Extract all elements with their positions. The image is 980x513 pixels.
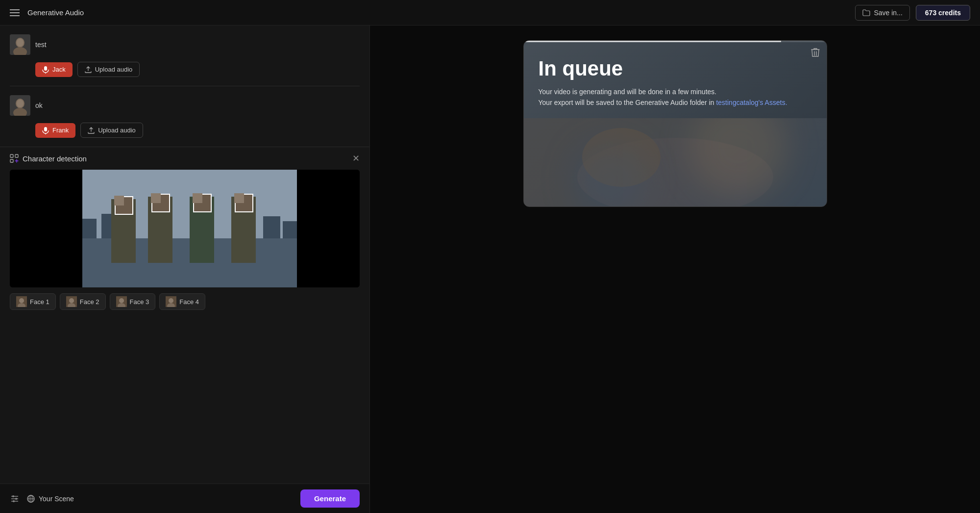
face-tabs: Face 1 Face 2 bbox=[0, 287, 369, 316]
character-controls: Jack Upload audio bbox=[10, 62, 360, 86]
voice-button[interactable]: Jack bbox=[35, 62, 73, 77]
menu-icon[interactable] bbox=[10, 9, 20, 16]
queue-card-content: In queue Your video is generating and wi… bbox=[524, 42, 827, 108]
upload-icon bbox=[88, 127, 95, 134]
face-tab-1[interactable]: Face 1 bbox=[10, 293, 56, 310]
svg-rect-10 bbox=[44, 127, 47, 131]
nav-left: Generative Audio bbox=[10, 8, 84, 17]
character-controls: Frank Upload audio bbox=[10, 123, 360, 147]
face-tab-label: Face 1 bbox=[30, 298, 49, 306]
delete-button[interactable] bbox=[811, 48, 820, 60]
queue-description: Your video is generating and will be don… bbox=[539, 86, 812, 108]
detection-title: Character detection bbox=[23, 154, 87, 163]
face-tab-label: Face 3 bbox=[130, 298, 149, 306]
svg-rect-12 bbox=[10, 154, 13, 157]
svg-point-40 bbox=[119, 298, 124, 303]
avatar bbox=[10, 34, 30, 55]
face-tab-4[interactable]: Face 4 bbox=[159, 293, 205, 310]
nav-right: Save in... 673 credits bbox=[855, 5, 970, 21]
queue-desc-line2: Your export will be saved to the Generat… bbox=[539, 99, 716, 106]
svg-point-48 bbox=[12, 495, 14, 497]
bottom-left: Your Scene bbox=[10, 494, 74, 504]
voice-button[interactable]: Frank bbox=[35, 123, 75, 138]
sliders-icon bbox=[10, 494, 20, 504]
face-tab-3[interactable]: Face 3 bbox=[110, 293, 156, 310]
character-header: ok bbox=[10, 95, 360, 116]
character-name: test bbox=[35, 41, 47, 49]
bottom-bar: Your Scene Generate bbox=[0, 484, 369, 513]
app-title: Generative Audio bbox=[27, 8, 84, 17]
face-thumb-1 bbox=[16, 296, 27, 307]
character-item: ok Frank bbox=[0, 86, 369, 147]
scene-dark-left bbox=[10, 170, 82, 287]
credits-label: 673 credits bbox=[925, 9, 961, 17]
avatar bbox=[10, 95, 30, 116]
trash-icon bbox=[811, 48, 820, 57]
svg-point-9 bbox=[17, 100, 24, 107]
svg-rect-23 bbox=[114, 196, 124, 205]
upload-audio-button[interactable]: Upload audio bbox=[80, 123, 143, 138]
upload-audio-button[interactable]: Upload audio bbox=[77, 62, 140, 77]
queue-progress-bar bbox=[524, 41, 827, 42]
generate-label: Generate bbox=[314, 494, 346, 503]
microphone-icon bbox=[42, 66, 49, 74]
detection-header: Character detection ✕ bbox=[0, 147, 369, 170]
detection-title-row: Character detection bbox=[10, 154, 87, 163]
upload-label: Upload audio bbox=[98, 127, 136, 134]
characters-list: test Jack bbox=[0, 26, 369, 484]
queue-progress-fill bbox=[524, 41, 781, 42]
voice-name: Frank bbox=[52, 127, 69, 134]
svg-point-37 bbox=[69, 298, 74, 303]
svg-point-43 bbox=[169, 298, 173, 303]
svg-rect-29 bbox=[193, 193, 202, 203]
character-name: ok bbox=[35, 102, 43, 109]
svg-point-34 bbox=[19, 298, 24, 303]
left-panel: test Jack bbox=[0, 26, 370, 513]
detection-panel: Character detection ✕ bbox=[0, 147, 369, 316]
face-tab-label: Face 2 bbox=[80, 298, 99, 306]
scene-dark-right bbox=[297, 170, 360, 287]
face-tab-2[interactable]: Face 2 bbox=[60, 293, 106, 310]
svg-rect-20 bbox=[283, 221, 297, 238]
svg-rect-17 bbox=[82, 219, 97, 238]
credits-button[interactable]: 673 credits bbox=[916, 5, 970, 21]
svg-point-49 bbox=[15, 498, 17, 500]
character-header: test bbox=[10, 34, 360, 55]
upload-label: Upload audio bbox=[95, 66, 133, 73]
character-item: test Jack bbox=[0, 26, 369, 86]
svg-point-3 bbox=[17, 39, 24, 47]
close-detection-button[interactable]: ✕ bbox=[352, 154, 360, 163]
queue-video-placeholder bbox=[524, 118, 827, 206]
detection-video bbox=[10, 170, 360, 287]
save-label: Save in... bbox=[874, 9, 902, 17]
svg-point-50 bbox=[13, 500, 15, 502]
voice-name: Jack bbox=[52, 66, 66, 73]
video-scene bbox=[10, 170, 360, 287]
face-thumb-2 bbox=[66, 296, 77, 307]
top-navigation: Generative Audio Save in... 673 credits bbox=[0, 0, 980, 26]
svg-rect-14 bbox=[10, 159, 13, 162]
scene-icon bbox=[26, 494, 35, 503]
scene-button[interactable]: Your Scene bbox=[26, 494, 74, 503]
queue-card: In queue Your video is generating and wi… bbox=[523, 40, 827, 207]
save-button[interactable]: Save in... bbox=[855, 5, 909, 21]
queue-desc-line1: Your video is generating and will be don… bbox=[539, 88, 717, 96]
svg-rect-13 bbox=[15, 154, 18, 157]
main-content: test Jack bbox=[0, 26, 980, 513]
face-tab-label: Face 4 bbox=[179, 298, 199, 306]
queue-assets-link[interactable]: testingcatalog's Assets. bbox=[716, 99, 787, 106]
scene-label: Your Scene bbox=[39, 495, 74, 503]
svg-point-55 bbox=[582, 128, 661, 187]
generate-button[interactable]: Generate bbox=[300, 489, 360, 508]
upload-icon bbox=[85, 66, 92, 73]
adjust-button[interactable] bbox=[10, 494, 20, 504]
svg-rect-4 bbox=[44, 66, 47, 71]
scene-background bbox=[82, 170, 297, 287]
right-panel: In queue Your video is generating and wi… bbox=[370, 26, 980, 513]
queue-title: In queue bbox=[539, 57, 812, 80]
microphone-icon bbox=[42, 127, 49, 134]
folder-icon bbox=[862, 9, 870, 16]
face-thumb-3 bbox=[116, 296, 127, 307]
detection-icon bbox=[10, 154, 19, 163]
svg-rect-26 bbox=[151, 193, 161, 203]
